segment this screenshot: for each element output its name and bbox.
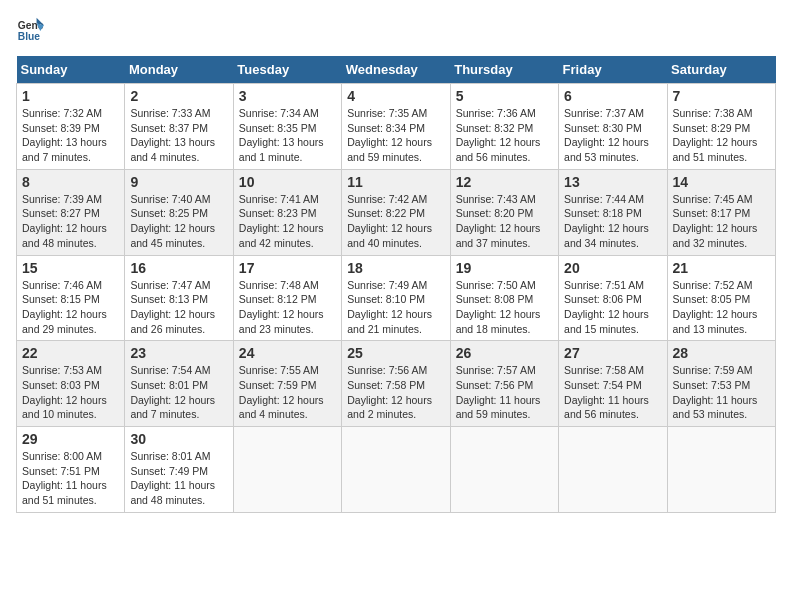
day-info: Sunrise: 7:42 AMSunset: 8:22 PMDaylight:…	[347, 192, 444, 251]
calendar-cell	[667, 427, 775, 513]
calendar-cell: 19Sunrise: 7:50 AMSunset: 8:08 PMDayligh…	[450, 255, 558, 341]
day-number: 25	[347, 345, 444, 361]
day-number: 27	[564, 345, 661, 361]
day-info: Sunrise: 7:40 AMSunset: 8:25 PMDaylight:…	[130, 192, 227, 251]
day-info: Sunrise: 7:57 AMSunset: 7:56 PMDaylight:…	[456, 363, 553, 422]
day-number: 24	[239, 345, 336, 361]
day-info: Sunrise: 7:48 AMSunset: 8:12 PMDaylight:…	[239, 278, 336, 337]
day-number: 20	[564, 260, 661, 276]
day-info: Sunrise: 7:55 AMSunset: 7:59 PMDaylight:…	[239, 363, 336, 422]
calendar-cell: 24Sunrise: 7:55 AMSunset: 7:59 PMDayligh…	[233, 341, 341, 427]
day-info: Sunrise: 8:01 AMSunset: 7:49 PMDaylight:…	[130, 449, 227, 508]
week-row-3: 15Sunrise: 7:46 AMSunset: 8:15 PMDayligh…	[17, 255, 776, 341]
col-header-thursday: Thursday	[450, 56, 558, 84]
day-info: Sunrise: 7:52 AMSunset: 8:05 PMDaylight:…	[673, 278, 770, 337]
day-number: 6	[564, 88, 661, 104]
day-number: 29	[22, 431, 119, 447]
calendar-cell: 26Sunrise: 7:57 AMSunset: 7:56 PMDayligh…	[450, 341, 558, 427]
day-number: 8	[22, 174, 119, 190]
day-info: Sunrise: 7:41 AMSunset: 8:23 PMDaylight:…	[239, 192, 336, 251]
day-info: Sunrise: 7:44 AMSunset: 8:18 PMDaylight:…	[564, 192, 661, 251]
calendar-cell: 12Sunrise: 7:43 AMSunset: 8:20 PMDayligh…	[450, 169, 558, 255]
calendar-cell	[342, 427, 450, 513]
calendar-cell: 5Sunrise: 7:36 AMSunset: 8:32 PMDaylight…	[450, 84, 558, 170]
calendar-cell: 28Sunrise: 7:59 AMSunset: 7:53 PMDayligh…	[667, 341, 775, 427]
day-info: Sunrise: 7:34 AMSunset: 8:35 PMDaylight:…	[239, 106, 336, 165]
day-info: Sunrise: 7:38 AMSunset: 8:29 PMDaylight:…	[673, 106, 770, 165]
day-info: Sunrise: 7:36 AMSunset: 8:32 PMDaylight:…	[456, 106, 553, 165]
calendar-cell: 10Sunrise: 7:41 AMSunset: 8:23 PMDayligh…	[233, 169, 341, 255]
day-number: 9	[130, 174, 227, 190]
day-number: 4	[347, 88, 444, 104]
day-number: 2	[130, 88, 227, 104]
day-number: 23	[130, 345, 227, 361]
day-number: 15	[22, 260, 119, 276]
day-info: Sunrise: 7:32 AMSunset: 8:39 PMDaylight:…	[22, 106, 119, 165]
day-info: Sunrise: 8:00 AMSunset: 7:51 PMDaylight:…	[22, 449, 119, 508]
calendar-cell: 15Sunrise: 7:46 AMSunset: 8:15 PMDayligh…	[17, 255, 125, 341]
calendar-cell: 27Sunrise: 7:58 AMSunset: 7:54 PMDayligh…	[559, 341, 667, 427]
day-number: 30	[130, 431, 227, 447]
day-info: Sunrise: 7:50 AMSunset: 8:08 PMDaylight:…	[456, 278, 553, 337]
calendar-table: SundayMondayTuesdayWednesdayThursdayFrid…	[16, 56, 776, 513]
day-info: Sunrise: 7:49 AMSunset: 8:10 PMDaylight:…	[347, 278, 444, 337]
col-header-monday: Monday	[125, 56, 233, 84]
day-number: 26	[456, 345, 553, 361]
calendar-cell: 4Sunrise: 7:35 AMSunset: 8:34 PMDaylight…	[342, 84, 450, 170]
day-number: 1	[22, 88, 119, 104]
day-info: Sunrise: 7:35 AMSunset: 8:34 PMDaylight:…	[347, 106, 444, 165]
logo: General Blue	[16, 16, 48, 44]
day-number: 16	[130, 260, 227, 276]
day-number: 21	[673, 260, 770, 276]
day-number: 5	[456, 88, 553, 104]
logo-icon: General Blue	[16, 16, 44, 44]
col-header-sunday: Sunday	[17, 56, 125, 84]
calendar-cell: 21Sunrise: 7:52 AMSunset: 8:05 PMDayligh…	[667, 255, 775, 341]
calendar-cell: 23Sunrise: 7:54 AMSunset: 8:01 PMDayligh…	[125, 341, 233, 427]
week-row-2: 8Sunrise: 7:39 AMSunset: 8:27 PMDaylight…	[17, 169, 776, 255]
week-row-5: 29Sunrise: 8:00 AMSunset: 7:51 PMDayligh…	[17, 427, 776, 513]
calendar-cell: 3Sunrise: 7:34 AMSunset: 8:35 PMDaylight…	[233, 84, 341, 170]
svg-text:Blue: Blue	[18, 31, 41, 42]
day-number: 7	[673, 88, 770, 104]
day-number: 12	[456, 174, 553, 190]
calendar-cell: 2Sunrise: 7:33 AMSunset: 8:37 PMDaylight…	[125, 84, 233, 170]
calendar-cell: 16Sunrise: 7:47 AMSunset: 8:13 PMDayligh…	[125, 255, 233, 341]
calendar-cell: 9Sunrise: 7:40 AMSunset: 8:25 PMDaylight…	[125, 169, 233, 255]
day-number: 28	[673, 345, 770, 361]
day-info: Sunrise: 7:51 AMSunset: 8:06 PMDaylight:…	[564, 278, 661, 337]
calendar-cell	[559, 427, 667, 513]
calendar-cell: 30Sunrise: 8:01 AMSunset: 7:49 PMDayligh…	[125, 427, 233, 513]
day-number: 14	[673, 174, 770, 190]
day-info: Sunrise: 7:56 AMSunset: 7:58 PMDaylight:…	[347, 363, 444, 422]
day-info: Sunrise: 7:45 AMSunset: 8:17 PMDaylight:…	[673, 192, 770, 251]
day-number: 18	[347, 260, 444, 276]
col-header-tuesday: Tuesday	[233, 56, 341, 84]
day-number: 13	[564, 174, 661, 190]
week-row-4: 22Sunrise: 7:53 AMSunset: 8:03 PMDayligh…	[17, 341, 776, 427]
calendar-cell: 17Sunrise: 7:48 AMSunset: 8:12 PMDayligh…	[233, 255, 341, 341]
day-info: Sunrise: 7:46 AMSunset: 8:15 PMDaylight:…	[22, 278, 119, 337]
calendar-cell: 8Sunrise: 7:39 AMSunset: 8:27 PMDaylight…	[17, 169, 125, 255]
week-row-1: 1Sunrise: 7:32 AMSunset: 8:39 PMDaylight…	[17, 84, 776, 170]
day-info: Sunrise: 7:33 AMSunset: 8:37 PMDaylight:…	[130, 106, 227, 165]
calendar-cell	[450, 427, 558, 513]
calendar-cell: 22Sunrise: 7:53 AMSunset: 8:03 PMDayligh…	[17, 341, 125, 427]
col-header-saturday: Saturday	[667, 56, 775, 84]
day-info: Sunrise: 7:54 AMSunset: 8:01 PMDaylight:…	[130, 363, 227, 422]
day-number: 11	[347, 174, 444, 190]
day-info: Sunrise: 7:53 AMSunset: 8:03 PMDaylight:…	[22, 363, 119, 422]
calendar-cell: 29Sunrise: 8:00 AMSunset: 7:51 PMDayligh…	[17, 427, 125, 513]
col-header-friday: Friday	[559, 56, 667, 84]
day-number: 17	[239, 260, 336, 276]
calendar-cell: 6Sunrise: 7:37 AMSunset: 8:30 PMDaylight…	[559, 84, 667, 170]
day-number: 10	[239, 174, 336, 190]
day-info: Sunrise: 7:58 AMSunset: 7:54 PMDaylight:…	[564, 363, 661, 422]
col-header-wednesday: Wednesday	[342, 56, 450, 84]
calendar-cell: 18Sunrise: 7:49 AMSunset: 8:10 PMDayligh…	[342, 255, 450, 341]
calendar-cell: 7Sunrise: 7:38 AMSunset: 8:29 PMDaylight…	[667, 84, 775, 170]
day-number: 22	[22, 345, 119, 361]
day-info: Sunrise: 7:47 AMSunset: 8:13 PMDaylight:…	[130, 278, 227, 337]
calendar-cell: 14Sunrise: 7:45 AMSunset: 8:17 PMDayligh…	[667, 169, 775, 255]
day-number: 3	[239, 88, 336, 104]
